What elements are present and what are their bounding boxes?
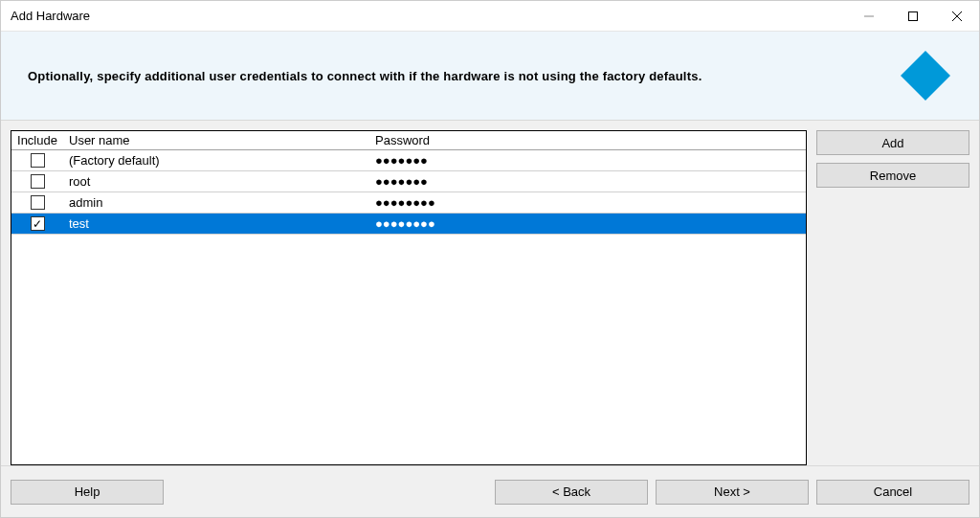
include-cell (11, 174, 63, 189)
username-cell[interactable]: root (63, 174, 369, 189)
window-title: Add Hardware (11, 9, 847, 23)
password-cell[interactable]: ●●●●●●● (369, 174, 806, 189)
minimize-button[interactable] (847, 1, 891, 31)
password-cell[interactable]: ●●●●●●●● (369, 195, 806, 210)
close-button[interactable] (935, 1, 979, 31)
table-header: Include User name Password (11, 131, 806, 150)
back-button[interactable]: < Back (495, 480, 648, 505)
next-button[interactable]: Next > (656, 480, 809, 505)
svg-marker-4 (901, 51, 950, 101)
titlebar: Add Hardware (1, 1, 979, 32)
username-cell[interactable]: admin (63, 195, 369, 210)
include-cell (11, 216, 63, 231)
maximize-icon (907, 11, 919, 22)
col-header-include: Include (11, 131, 63, 150)
cancel-button[interactable]: Cancel (816, 480, 969, 505)
username-cell[interactable]: test (63, 216, 369, 231)
side-buttons: Add Remove (816, 130, 969, 465)
footer: Help < Back Next > Cancel (1, 465, 979, 517)
include-cell (11, 153, 63, 168)
include-checkbox[interactable] (31, 216, 45, 231)
window-controls (847, 1, 979, 31)
add-button[interactable]: Add (816, 130, 969, 155)
table-row[interactable]: root●●●●●●● (11, 171, 806, 192)
include-checkbox[interactable] (31, 153, 45, 168)
col-header-username: User name (63, 131, 369, 150)
include-checkbox[interactable] (31, 195, 45, 210)
close-icon (951, 11, 963, 22)
help-button[interactable]: Help (11, 480, 164, 505)
header-banner: Optionally, specify additional user cred… (1, 32, 979, 121)
table-row[interactable]: (Factory default)●●●●●●● (11, 150, 806, 171)
include-checkbox[interactable] (31, 174, 45, 189)
svg-rect-1 (909, 11, 918, 20)
table-row[interactable]: test●●●●●●●● (11, 214, 806, 235)
maximize-button[interactable] (891, 1, 935, 31)
include-cell (11, 195, 63, 210)
content-area: Include User name Password (Factory defa… (1, 121, 979, 465)
col-header-password: Password (369, 131, 806, 150)
diamond-icon (899, 49, 952, 102)
table-body: (Factory default)●●●●●●●root●●●●●●●admin… (11, 150, 806, 464)
remove-button[interactable]: Remove (816, 163, 969, 188)
minimize-icon (863, 11, 875, 22)
password-cell[interactable]: ●●●●●●●● (369, 216, 806, 231)
password-cell[interactable]: ●●●●●●● (369, 153, 806, 168)
username-cell[interactable]: (Factory default) (63, 153, 369, 168)
credentials-table: Include User name Password (Factory defa… (11, 130, 807, 465)
header-logo (899, 49, 952, 102)
header-subtitle: Optionally, specify additional user cred… (28, 69, 899, 83)
table-row[interactable]: admin●●●●●●●● (11, 192, 806, 214)
